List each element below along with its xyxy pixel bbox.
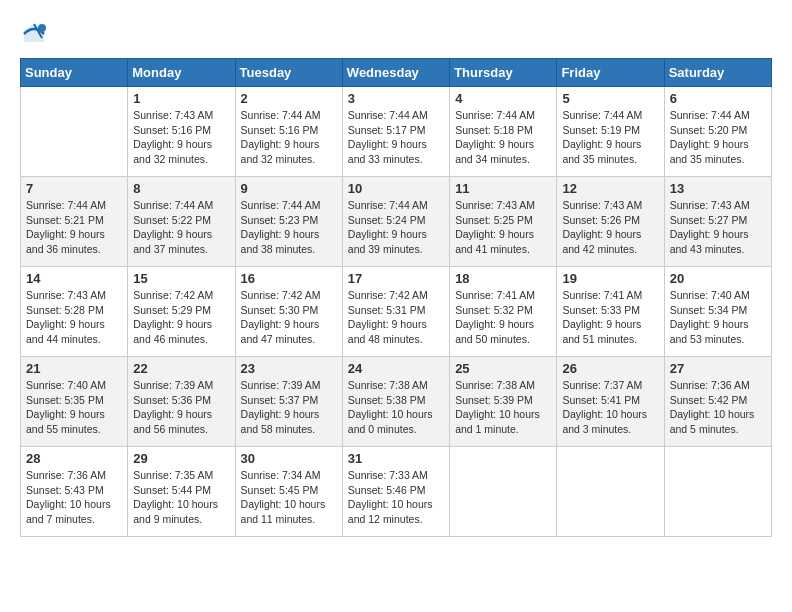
day-number: 31 <box>348 451 444 466</box>
day-number: 20 <box>670 271 766 286</box>
calendar-cell: 31Sunrise: 7:33 AMSunset: 5:46 PMDayligh… <box>342 447 449 537</box>
day-info: Sunrise: 7:41 AMSunset: 5:33 PMDaylight:… <box>562 288 658 347</box>
calendar-cell: 2Sunrise: 7:44 AMSunset: 5:16 PMDaylight… <box>235 87 342 177</box>
calendar-cell: 13Sunrise: 7:43 AMSunset: 5:27 PMDayligh… <box>664 177 771 267</box>
day-number: 6 <box>670 91 766 106</box>
day-number: 4 <box>455 91 551 106</box>
calendar-table: SundayMondayTuesdayWednesdayThursdayFrid… <box>20 58 772 537</box>
day-number: 22 <box>133 361 229 376</box>
calendar-cell: 21Sunrise: 7:40 AMSunset: 5:35 PMDayligh… <box>21 357 128 447</box>
day-number: 17 <box>348 271 444 286</box>
day-number: 9 <box>241 181 337 196</box>
calendar-cell: 29Sunrise: 7:35 AMSunset: 5:44 PMDayligh… <box>128 447 235 537</box>
day-info: Sunrise: 7:39 AMSunset: 5:36 PMDaylight:… <box>133 378 229 437</box>
header-sunday: Sunday <box>21 59 128 87</box>
calendar-cell: 3Sunrise: 7:44 AMSunset: 5:17 PMDaylight… <box>342 87 449 177</box>
day-info: Sunrise: 7:44 AMSunset: 5:21 PMDaylight:… <box>26 198 122 257</box>
page-header <box>20 20 772 48</box>
day-info: Sunrise: 7:40 AMSunset: 5:34 PMDaylight:… <box>670 288 766 347</box>
day-info: Sunrise: 7:44 AMSunset: 5:23 PMDaylight:… <box>241 198 337 257</box>
day-info: Sunrise: 7:44 AMSunset: 5:16 PMDaylight:… <box>241 108 337 167</box>
header-thursday: Thursday <box>450 59 557 87</box>
day-info: Sunrise: 7:34 AMSunset: 5:45 PMDaylight:… <box>241 468 337 527</box>
day-number: 25 <box>455 361 551 376</box>
calendar-cell: 10Sunrise: 7:44 AMSunset: 5:24 PMDayligh… <box>342 177 449 267</box>
day-info: Sunrise: 7:42 AMSunset: 5:29 PMDaylight:… <box>133 288 229 347</box>
day-info: Sunrise: 7:38 AMSunset: 5:39 PMDaylight:… <box>455 378 551 437</box>
header-wednesday: Wednesday <box>342 59 449 87</box>
day-info: Sunrise: 7:44 AMSunset: 5:19 PMDaylight:… <box>562 108 658 167</box>
calendar-cell: 1Sunrise: 7:43 AMSunset: 5:16 PMDaylight… <box>128 87 235 177</box>
calendar-cell: 15Sunrise: 7:42 AMSunset: 5:29 PMDayligh… <box>128 267 235 357</box>
week-row-4: 28Sunrise: 7:36 AMSunset: 5:43 PMDayligh… <box>21 447 772 537</box>
day-info: Sunrise: 7:44 AMSunset: 5:17 PMDaylight:… <box>348 108 444 167</box>
day-number: 15 <box>133 271 229 286</box>
day-number: 24 <box>348 361 444 376</box>
calendar-cell: 6Sunrise: 7:44 AMSunset: 5:20 PMDaylight… <box>664 87 771 177</box>
week-row-2: 14Sunrise: 7:43 AMSunset: 5:28 PMDayligh… <box>21 267 772 357</box>
calendar-cell: 28Sunrise: 7:36 AMSunset: 5:43 PMDayligh… <box>21 447 128 537</box>
day-number: 21 <box>26 361 122 376</box>
svg-point-2 <box>38 24 46 32</box>
calendar-cell: 27Sunrise: 7:36 AMSunset: 5:42 PMDayligh… <box>664 357 771 447</box>
day-info: Sunrise: 7:35 AMSunset: 5:44 PMDaylight:… <box>133 468 229 527</box>
day-number: 1 <box>133 91 229 106</box>
header-saturday: Saturday <box>664 59 771 87</box>
calendar-cell: 25Sunrise: 7:38 AMSunset: 5:39 PMDayligh… <box>450 357 557 447</box>
calendar-cell <box>21 87 128 177</box>
calendar-cell: 22Sunrise: 7:39 AMSunset: 5:36 PMDayligh… <box>128 357 235 447</box>
calendar-header-row: SundayMondayTuesdayWednesdayThursdayFrid… <box>21 59 772 87</box>
calendar-cell: 11Sunrise: 7:43 AMSunset: 5:25 PMDayligh… <box>450 177 557 267</box>
calendar-cell: 16Sunrise: 7:42 AMSunset: 5:30 PMDayligh… <box>235 267 342 357</box>
day-info: Sunrise: 7:36 AMSunset: 5:43 PMDaylight:… <box>26 468 122 527</box>
day-number: 26 <box>562 361 658 376</box>
day-info: Sunrise: 7:39 AMSunset: 5:37 PMDaylight:… <box>241 378 337 437</box>
day-number: 5 <box>562 91 658 106</box>
header-friday: Friday <box>557 59 664 87</box>
day-info: Sunrise: 7:43 AMSunset: 5:26 PMDaylight:… <box>562 198 658 257</box>
calendar-cell <box>450 447 557 537</box>
calendar-cell: 7Sunrise: 7:44 AMSunset: 5:21 PMDaylight… <box>21 177 128 267</box>
day-number: 16 <box>241 271 337 286</box>
day-number: 10 <box>348 181 444 196</box>
day-number: 23 <box>241 361 337 376</box>
day-number: 12 <box>562 181 658 196</box>
day-info: Sunrise: 7:43 AMSunset: 5:16 PMDaylight:… <box>133 108 229 167</box>
day-info: Sunrise: 7:44 AMSunset: 5:18 PMDaylight:… <box>455 108 551 167</box>
day-info: Sunrise: 7:40 AMSunset: 5:35 PMDaylight:… <box>26 378 122 437</box>
header-tuesday: Tuesday <box>235 59 342 87</box>
day-number: 28 <box>26 451 122 466</box>
day-number: 18 <box>455 271 551 286</box>
calendar-cell: 5Sunrise: 7:44 AMSunset: 5:19 PMDaylight… <box>557 87 664 177</box>
day-number: 7 <box>26 181 122 196</box>
day-number: 19 <box>562 271 658 286</box>
day-info: Sunrise: 7:42 AMSunset: 5:30 PMDaylight:… <box>241 288 337 347</box>
logo <box>20 20 52 48</box>
day-number: 3 <box>348 91 444 106</box>
calendar-cell: 9Sunrise: 7:44 AMSunset: 5:23 PMDaylight… <box>235 177 342 267</box>
calendar-cell: 20Sunrise: 7:40 AMSunset: 5:34 PMDayligh… <box>664 267 771 357</box>
calendar-cell: 12Sunrise: 7:43 AMSunset: 5:26 PMDayligh… <box>557 177 664 267</box>
day-number: 27 <box>670 361 766 376</box>
calendar-cell: 19Sunrise: 7:41 AMSunset: 5:33 PMDayligh… <box>557 267 664 357</box>
day-number: 13 <box>670 181 766 196</box>
calendar-cell: 17Sunrise: 7:42 AMSunset: 5:31 PMDayligh… <box>342 267 449 357</box>
day-info: Sunrise: 7:42 AMSunset: 5:31 PMDaylight:… <box>348 288 444 347</box>
calendar-cell: 23Sunrise: 7:39 AMSunset: 5:37 PMDayligh… <box>235 357 342 447</box>
calendar-cell <box>664 447 771 537</box>
calendar-cell <box>557 447 664 537</box>
day-number: 8 <box>133 181 229 196</box>
week-row-0: 1Sunrise: 7:43 AMSunset: 5:16 PMDaylight… <box>21 87 772 177</box>
day-info: Sunrise: 7:43 AMSunset: 5:28 PMDaylight:… <box>26 288 122 347</box>
day-info: Sunrise: 7:36 AMSunset: 5:42 PMDaylight:… <box>670 378 766 437</box>
logo-icon <box>20 20 48 48</box>
day-info: Sunrise: 7:44 AMSunset: 5:22 PMDaylight:… <box>133 198 229 257</box>
day-number: 14 <box>26 271 122 286</box>
calendar-cell: 24Sunrise: 7:38 AMSunset: 5:38 PMDayligh… <box>342 357 449 447</box>
day-info: Sunrise: 7:41 AMSunset: 5:32 PMDaylight:… <box>455 288 551 347</box>
day-info: Sunrise: 7:33 AMSunset: 5:46 PMDaylight:… <box>348 468 444 527</box>
header-monday: Monday <box>128 59 235 87</box>
week-row-3: 21Sunrise: 7:40 AMSunset: 5:35 PMDayligh… <box>21 357 772 447</box>
day-info: Sunrise: 7:43 AMSunset: 5:25 PMDaylight:… <box>455 198 551 257</box>
day-number: 2 <box>241 91 337 106</box>
